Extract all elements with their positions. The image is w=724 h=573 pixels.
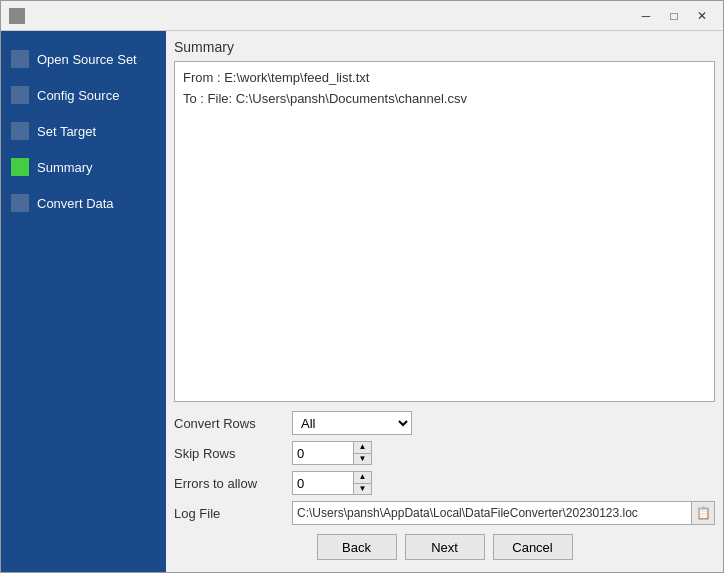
sidebar-item-convert-data[interactable]: Convert Data bbox=[1, 185, 166, 221]
summary-line-to: To : File: C:\Users\pansh\Documents\chan… bbox=[183, 89, 706, 110]
sidebar-item-open-source-set[interactable]: Open Source Set bbox=[1, 41, 166, 77]
summary-box: From : E:\work\temp\feed_list.txt To : F… bbox=[174, 61, 715, 402]
title-bar-controls: ─ □ ✕ bbox=[633, 5, 715, 27]
errors-to-allow-up-btn[interactable]: ▲ bbox=[354, 472, 371, 484]
app-icon bbox=[9, 8, 25, 24]
step-indicator-1 bbox=[11, 50, 29, 68]
log-file-input[interactable] bbox=[292, 501, 691, 525]
log-file-row: Log File 📋 bbox=[174, 500, 715, 526]
sidebar-label-convert-data: Convert Data bbox=[37, 196, 114, 211]
summary-line-from: From : E:\work\temp\feed_list.txt bbox=[183, 68, 706, 89]
main-window: ─ □ ✕ Open Source Set Config Source Set … bbox=[0, 0, 724, 573]
sidebar-label-config-source: Config Source bbox=[37, 88, 119, 103]
back-button[interactable]: Back bbox=[317, 534, 397, 560]
step-indicator-2 bbox=[11, 86, 29, 104]
errors-to-allow-wrapper: ▲ ▼ bbox=[292, 471, 715, 495]
skip-rows-up-btn[interactable]: ▲ bbox=[354, 442, 371, 454]
sidebar-item-summary[interactable]: Summary bbox=[1, 149, 166, 185]
log-file-label: Log File bbox=[174, 506, 284, 521]
form-section: Convert Rows All Selected Range Skip Row… bbox=[174, 410, 715, 526]
sidebar: Open Source Set Config Source Set Target… bbox=[1, 31, 166, 572]
convert-rows-row: Convert Rows All Selected Range bbox=[174, 410, 715, 436]
skip-rows-spinner: ▲ ▼ bbox=[292, 441, 372, 465]
log-file-browse-button[interactable]: 📋 bbox=[691, 501, 715, 525]
next-button[interactable]: Next bbox=[405, 534, 485, 560]
log-file-wrapper: 📋 bbox=[292, 501, 715, 525]
sidebar-item-config-source[interactable]: Config Source bbox=[1, 77, 166, 113]
errors-to-allow-spinner: ▲ ▼ bbox=[292, 471, 372, 495]
sidebar-item-set-target[interactable]: Set Target bbox=[1, 113, 166, 149]
sidebar-label-set-target: Set Target bbox=[37, 124, 96, 139]
step-indicator-3 bbox=[11, 122, 29, 140]
skip-rows-input[interactable] bbox=[293, 442, 353, 464]
skip-rows-row: Skip Rows ▲ ▼ bbox=[174, 440, 715, 466]
footer: Back Next Cancel bbox=[174, 526, 715, 564]
title-bar: ─ □ ✕ bbox=[1, 1, 723, 31]
errors-to-allow-label: Errors to allow bbox=[174, 476, 284, 491]
main-content: Summary From : E:\work\temp\feed_list.tx… bbox=[166, 31, 723, 572]
convert-rows-select[interactable]: All Selected Range bbox=[292, 411, 412, 435]
step-indicator-4 bbox=[11, 158, 29, 176]
minimize-button[interactable]: ─ bbox=[633, 5, 659, 27]
close-button[interactable]: ✕ bbox=[689, 5, 715, 27]
errors-to-allow-spinner-btns: ▲ ▼ bbox=[353, 472, 371, 494]
maximize-button[interactable]: □ bbox=[661, 5, 687, 27]
errors-to-allow-input[interactable] bbox=[293, 472, 353, 494]
errors-to-allow-down-btn[interactable]: ▼ bbox=[354, 484, 371, 495]
sidebar-label-open-source-set: Open Source Set bbox=[37, 52, 137, 67]
folder-icon: 📋 bbox=[696, 506, 711, 520]
panel-title: Summary bbox=[174, 39, 715, 55]
step-indicator-5 bbox=[11, 194, 29, 212]
skip-rows-label: Skip Rows bbox=[174, 446, 284, 461]
title-bar-left bbox=[9, 8, 31, 24]
log-file-input-wrapper: 📋 bbox=[292, 501, 715, 525]
skip-rows-down-btn[interactable]: ▼ bbox=[354, 454, 371, 465]
errors-to-allow-row: Errors to allow ▲ ▼ bbox=[174, 470, 715, 496]
cancel-button[interactable]: Cancel bbox=[493, 534, 573, 560]
sidebar-label-summary: Summary bbox=[37, 160, 93, 175]
skip-rows-wrapper: ▲ ▼ bbox=[292, 441, 715, 465]
window-body: Open Source Set Config Source Set Target… bbox=[1, 31, 723, 572]
skip-rows-spinner-btns: ▲ ▼ bbox=[353, 442, 371, 464]
convert-rows-label: Convert Rows bbox=[174, 416, 284, 431]
convert-rows-wrapper: All Selected Range bbox=[292, 411, 715, 435]
